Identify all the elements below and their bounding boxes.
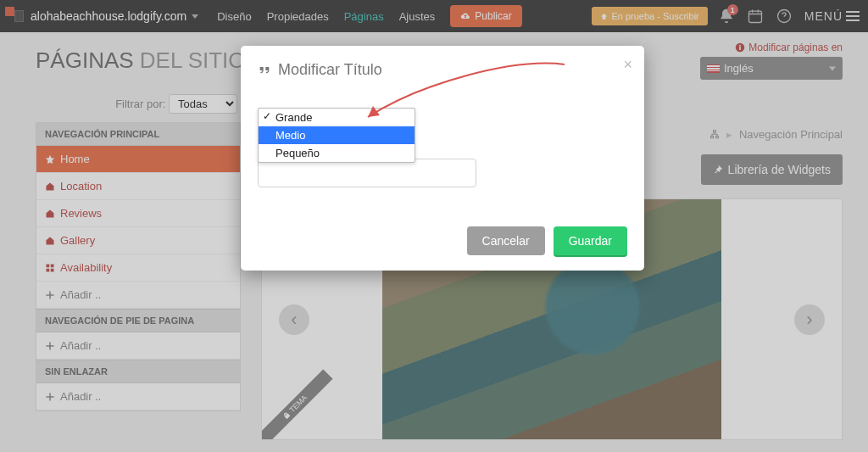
option-small[interactable]: Pequeño bbox=[259, 144, 415, 162]
quote-icon bbox=[258, 64, 271, 77]
save-button[interactable]: Guardar bbox=[554, 226, 627, 255]
title-size-select[interactable]: Grande Medio Pequeño bbox=[258, 108, 415, 130]
modal-title: Modificar Título bbox=[258, 61, 627, 79]
modal-close-button[interactable]: × bbox=[623, 56, 632, 74]
title-size-dropdown: Grande Medio Pequeño bbox=[258, 108, 415, 163]
cancel-button[interactable]: Cancelar bbox=[467, 226, 545, 255]
edit-title-modal: × Modificar Título Grande Medio Pequeño … bbox=[241, 46, 644, 271]
option-large[interactable]: Grande bbox=[259, 109, 415, 126]
option-medium[interactable]: Medio bbox=[259, 126, 415, 144]
title-text-input[interactable] bbox=[258, 159, 476, 187]
